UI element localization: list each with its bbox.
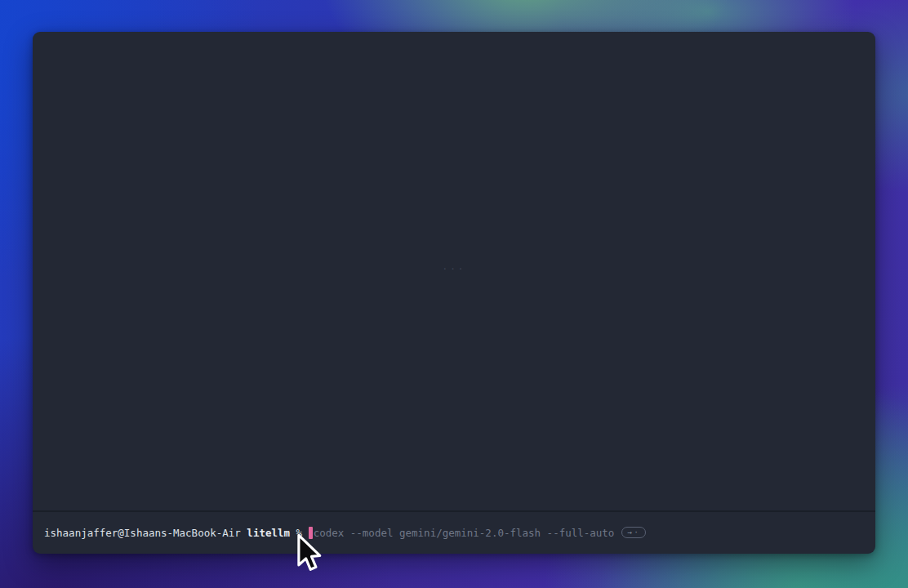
prompt-symbol: % xyxy=(296,527,303,539)
terminal-prompt-line[interactable]: ishaanjaffer@Ishaans-MacBook-Air litellm… xyxy=(33,512,875,554)
desktop-wallpaper: ··· ishaanjaffer@Ishaans-MacBook-Air lit… xyxy=(0,0,908,588)
loading-ellipsis: ··· xyxy=(443,264,466,274)
prompt-cwd: litellm xyxy=(247,527,290,539)
prompt-user-host: ishaanjaffer@Ishaans-MacBook-Air xyxy=(44,527,241,539)
terminal-window[interactable]: ··· ishaanjaffer@Ishaans-MacBook-Air lit… xyxy=(33,32,875,554)
autosuggestion-text: codex --model gemini/gemini-2.0-flash --… xyxy=(314,527,615,539)
text-cursor xyxy=(309,527,313,539)
terminal-scrollback[interactable]: ··· xyxy=(33,32,875,510)
accept-suggestion-hint-badge: →· xyxy=(621,527,645,538)
